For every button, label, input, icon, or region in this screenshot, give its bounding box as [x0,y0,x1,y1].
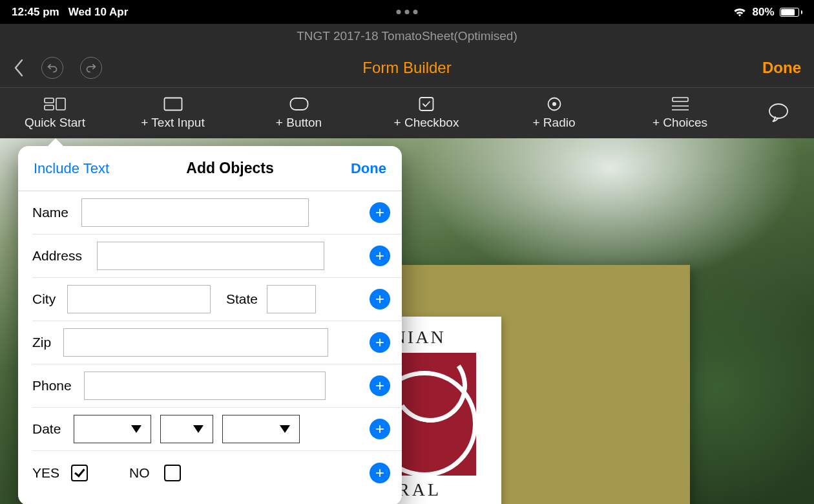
multitask-dots[interactable] [397,0,418,24]
comment-icon [767,102,789,124]
chevron-down-icon [131,425,141,433]
label-name: Name [32,205,72,220]
tool-radio[interactable]: + Radio [491,88,617,138]
text-input-icon [163,96,183,112]
nav-bar: Form Builder Done [0,48,814,88]
date-select-2[interactable] [160,415,213,443]
undo-button[interactable] [41,57,63,79]
field-zip[interactable] [63,328,328,357]
nav-title: Form Builder [362,59,451,77]
popover-header: Include Text Add Objects Done [18,146,402,191]
svg-rect-2 [56,98,65,110]
row-zip: Zip + [32,321,402,364]
tool-quick-start[interactable]: Quick Start [0,88,110,138]
tool-button[interactable]: + Button [236,88,362,138]
field-phone[interactable] [84,372,326,400]
svg-rect-1 [45,105,54,110]
popover-arrow [47,138,65,147]
button-icon [289,96,309,112]
svg-point-7 [552,102,556,106]
add-name-button[interactable]: + [370,202,390,223]
svg-rect-5 [420,98,433,110]
svg-rect-0 [45,98,54,103]
add-address-button[interactable]: + [370,246,390,266]
checkbox-no[interactable] [164,465,181,481]
field-state[interactable] [267,285,316,313]
tool-label: + Checkbox [394,116,459,130]
tool-label: + Button [276,116,322,130]
chevron-down-icon [193,425,204,433]
tool-label: + Text Input [141,116,204,130]
battery-icon [780,8,803,17]
label-state: State [226,291,258,307]
checkbox-yes[interactable] [71,465,88,481]
field-address[interactable] [97,242,324,270]
quick-start-icon [44,96,66,112]
add-date-button[interactable]: + [370,419,390,439]
radio-icon [547,96,562,112]
date-select-3[interactable] [222,415,300,443]
add-phone-button[interactable]: + [370,375,390,396]
battery-percent: 80% [752,6,774,19]
tool-label: + Choices [652,116,707,130]
status-left: 12:45 pm Wed 10 Apr [12,6,128,19]
row-yesno: YES NO + [32,451,402,494]
wifi-icon [733,7,747,17]
choices-icon [671,96,690,112]
row-city-state: City State + [32,278,402,321]
field-name[interactable] [81,198,309,227]
status-bar: 12:45 pm Wed 10 Apr 80% [0,0,814,24]
svg-rect-4 [290,98,308,110]
tool-choices[interactable]: + Choices [617,88,743,138]
document-title-bar: TNGT 2017-18 TomatoSheet(Optimised) [0,24,814,48]
field-city[interactable] [67,285,211,313]
add-citystate-button[interactable]: + [370,289,390,310]
popover-title: Add Objects [186,160,273,177]
svg-rect-3 [164,98,182,110]
row-address: Address + [32,235,402,278]
document-title: TNGT 2017-18 TomatoSheet(Optimised) [297,29,517,43]
add-yesno-button[interactable]: + [370,463,390,483]
toolbar: Quick Start + Text Input + Button + Chec… [0,88,814,138]
tool-label: + Radio [532,116,575,130]
add-zip-button[interactable]: + [370,332,390,353]
row-phone: Phone + [32,364,402,408]
status-time: 12:45 pm [12,6,59,19]
tool-text-input[interactable]: + Text Input [110,88,236,138]
row-name: Name + [32,191,402,235]
label-zip: Zip [32,335,54,350]
label-date: Date [32,421,65,437]
chevron-down-icon [280,425,290,433]
tool-comment[interactable] [743,88,814,138]
tool-checkbox[interactable]: + Checkbox [362,88,491,138]
svg-rect-8 [673,98,688,101]
label-yes: YES [32,465,62,481]
label-no: NO [129,465,155,481]
popover-body: Name + Address + City State + Zip + Pho [18,191,402,504]
back-button[interactable] [13,58,25,78]
quickstart-popover: Include Text Add Objects Done Name + Add… [18,146,402,504]
label-address: Address [32,248,88,264]
label-city: City [32,291,58,307]
date-select-1[interactable] [74,415,151,443]
row-date: Date + [32,408,402,451]
nav-done-button[interactable]: Done [762,59,801,77]
include-text-tab[interactable]: Include Text [34,160,109,177]
status-right: 80% [733,6,802,19]
checkbox-icon [419,96,434,112]
label-phone: Phone [32,378,75,394]
status-date: Wed 10 Apr [68,6,129,19]
svg-point-11 [769,104,788,118]
popover-done-button[interactable]: Done [351,160,386,177]
tool-label: Quick Start [25,116,85,130]
redo-button[interactable] [80,57,102,79]
